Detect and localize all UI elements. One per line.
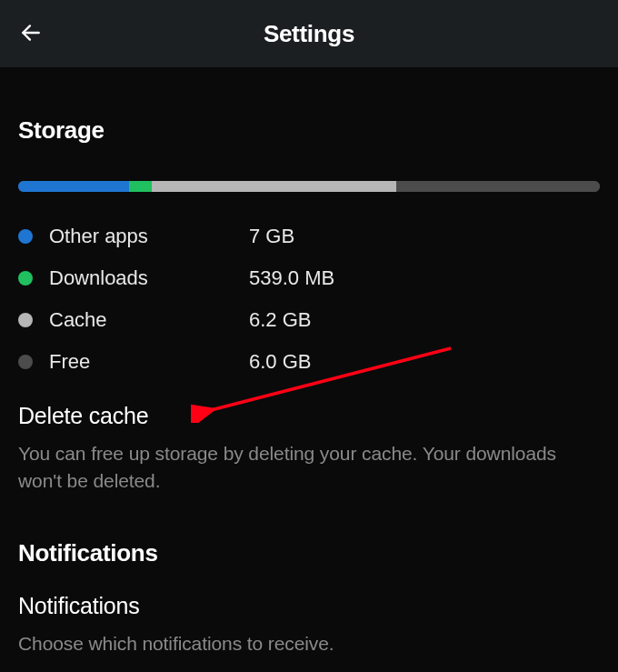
storage-row-free: Free 6.0 GB xyxy=(18,350,600,374)
page-title: Settings xyxy=(0,20,618,48)
storage-row-value: 6.2 GB xyxy=(249,308,311,332)
dot-icon xyxy=(18,313,33,327)
delete-cache-title: Delete cache xyxy=(18,403,600,429)
notifications-item-subtitle: Choose which notifications to receive. xyxy=(18,630,600,657)
storage-row-value: 6.0 GB xyxy=(249,350,311,374)
storage-row-label: Cache xyxy=(49,308,249,332)
storage-row-other-apps: Other apps 7 GB xyxy=(18,225,600,248)
storage-row-label: Other apps xyxy=(49,225,249,248)
notifications-heading: Notifications xyxy=(18,539,600,567)
storage-row-value: 7 GB xyxy=(249,225,294,248)
storage-bar-cache xyxy=(152,181,396,192)
storage-row-value: 539.0 MB xyxy=(249,266,334,290)
storage-row-cache: Cache 6.2 GB xyxy=(18,308,600,332)
dot-icon xyxy=(18,355,33,369)
storage-bar-other-apps xyxy=(18,181,129,192)
arrow-left-icon xyxy=(19,21,43,48)
notifications-item-title: Notifications xyxy=(18,593,600,619)
notifications-item[interactable]: Notifications Choose which notifications… xyxy=(18,593,600,657)
dot-icon xyxy=(18,271,33,286)
dot-icon xyxy=(18,229,33,244)
storage-heading: Storage xyxy=(18,116,600,145)
storage-bar-downloads xyxy=(129,181,153,192)
delete-cache-subtitle: You can free up storage by deleting your… xyxy=(18,440,600,496)
storage-bar-free xyxy=(396,181,600,192)
storage-bar xyxy=(18,181,600,192)
topbar: Settings xyxy=(0,0,618,67)
storage-row-label: Free xyxy=(49,350,249,374)
storage-row-downloads: Downloads 539.0 MB xyxy=(18,266,600,290)
delete-cache-item[interactable]: Delete cache You can free up storage by … xyxy=(18,403,600,496)
back-button[interactable] xyxy=(13,16,49,53)
storage-row-label: Downloads xyxy=(49,266,249,290)
